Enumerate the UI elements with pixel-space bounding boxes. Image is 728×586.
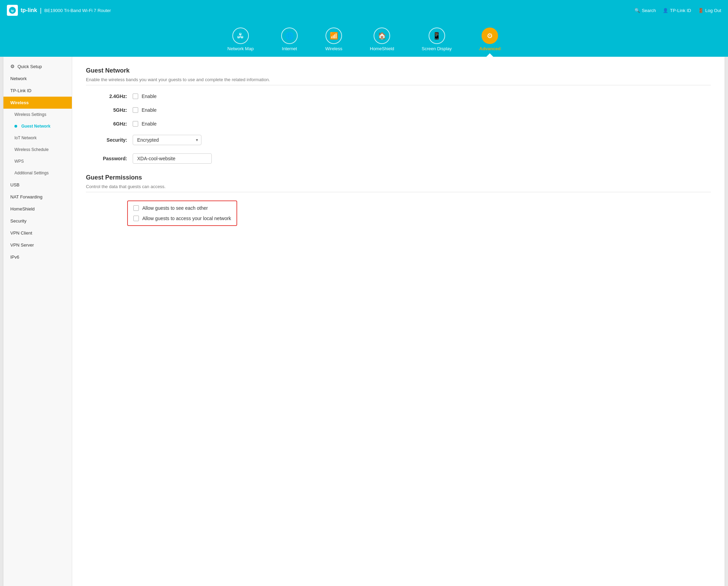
sidebar-label-vpn-server: VPN Server xyxy=(10,242,34,248)
sidebar-item-wireless[interactable]: Wireless xyxy=(3,97,72,109)
search-icon: 🔍 xyxy=(635,8,640,13)
nav: 🖧 Network Map 🌐 Internet 📶 Wireless 🏠 Ho… xyxy=(0,21,728,57)
nav-item-wireless[interactable]: 📶 Wireless xyxy=(311,24,356,57)
guest-network-divider xyxy=(86,85,711,85)
search-button[interactable]: 🔍 Search xyxy=(635,8,656,13)
perm-local-network-label: Allow guests to access your local networ… xyxy=(142,216,231,221)
sidebar-item-security[interactable]: Security xyxy=(3,215,72,227)
perm-local-network-row: Allow guests to access your local networ… xyxy=(133,216,231,221)
guest-permissions-title: Guest Permissions xyxy=(86,174,711,181)
layout: ⚙ Quick Setup Network TP-Link ID Wireles… xyxy=(3,57,725,586)
nav-item-network-map[interactable]: 🖧 Network Map xyxy=(214,24,268,57)
band-6ghz-row: 6GHz: Enable xyxy=(86,121,711,127)
band-2ghz-value: Enable xyxy=(133,94,157,99)
sidebar: ⚙ Quick Setup Network TP-Link ID Wireles… xyxy=(3,57,72,586)
nav-label-wireless: Wireless xyxy=(325,46,342,51)
perm-local-network-checkbox[interactable] xyxy=(133,216,139,221)
guest-permissions-desc: Control the data that guests can access. xyxy=(86,184,711,189)
sidebar-label-wireless: Wireless xyxy=(10,100,29,105)
security-row: Security: Encrypted None ▾ xyxy=(86,135,711,145)
security-label: Security: xyxy=(86,137,127,143)
sidebar-item-wireless-settings[interactable]: Wireless Settings xyxy=(3,109,72,120)
nav-label-homeshield: HomeShield xyxy=(370,46,394,51)
dot-icon xyxy=(14,125,17,128)
nav-item-advanced[interactable]: ⚙ Advanced xyxy=(465,24,514,57)
band-6ghz-checkbox[interactable] xyxy=(133,121,138,127)
sidebar-label-nat-forwarding: NAT Forwarding xyxy=(10,194,42,199)
sidebar-item-nat-forwarding[interactable]: NAT Forwarding xyxy=(3,191,72,203)
band-2ghz-enable-text: Enable xyxy=(142,94,157,99)
band-6ghz-label: 6GHz: xyxy=(86,121,127,127)
tplink-id-icon: 👤 xyxy=(663,8,668,13)
perm-see-each-other-label: Allow guests to see each other xyxy=(142,205,208,211)
sidebar-label-quick-setup: Quick Setup xyxy=(18,64,42,69)
sidebar-item-network[interactable]: Network xyxy=(3,73,72,85)
sidebar-label-usb: USB xyxy=(10,182,20,187)
sidebar-item-usb[interactable]: USB xyxy=(3,179,72,191)
sidebar-label-homeshield: HomeShield xyxy=(10,206,35,211)
band-5ghz-label: 5GHz: xyxy=(86,107,127,113)
band-5ghz-enable-text: Enable xyxy=(142,107,157,113)
band-5ghz-value: Enable xyxy=(133,107,157,113)
sidebar-label-security: Security xyxy=(10,218,26,224)
nav-item-screen-display[interactable]: 📱 Screen Display xyxy=(408,24,465,57)
logout-button[interactable]: 🚪 Log Out xyxy=(698,8,721,13)
band-5ghz-row: 5GHz: Enable xyxy=(86,107,711,113)
password-row: Password: xyxy=(86,153,711,164)
sidebar-label-vpn-client: VPN Client xyxy=(10,230,32,236)
sidebar-item-iot-network[interactable]: IoT Network xyxy=(3,132,72,144)
sidebar-item-quick-setup[interactable]: ⚙ Quick Setup xyxy=(3,60,72,73)
nav-item-homeshield[interactable]: 🏠 HomeShield xyxy=(356,24,408,57)
perm-see-each-other-row: Allow guests to see each other xyxy=(133,205,231,211)
password-input[interactable] xyxy=(133,153,212,164)
sidebar-label-additional-settings: Additional Settings xyxy=(14,171,48,175)
guest-permissions-divider xyxy=(86,192,711,192)
header: tp tp-link | BE19000 Tri-Band Wi-Fi 7 Ro… xyxy=(0,0,728,21)
guest-permissions-section: Guest Permissions Control the data that … xyxy=(86,174,711,226)
band-2ghz-checkbox[interactable] xyxy=(133,94,138,99)
nav-item-internet[interactable]: 🌐 Internet xyxy=(267,24,311,57)
logo-text: tp-link xyxy=(21,7,37,13)
tplink-id-button[interactable]: 👤 TP-Link ID xyxy=(663,8,691,13)
nav-label-internet: Internet xyxy=(282,46,297,51)
sidebar-label-guest-network: Guest Network xyxy=(21,124,51,129)
sidebar-label-wps: WPS xyxy=(14,159,24,164)
network-map-icon: 🖧 xyxy=(232,28,249,44)
sidebar-label-network: Network xyxy=(10,76,27,81)
security-select-wrap: Encrypted None ▾ xyxy=(133,135,201,145)
sidebar-item-wireless-schedule[interactable]: Wireless Schedule xyxy=(3,144,72,155)
guest-network-title: Guest Network xyxy=(86,67,711,74)
gear-icon: ⚙ xyxy=(10,64,15,69)
security-select[interactable]: Encrypted None xyxy=(133,135,201,145)
band-2ghz-row: 2.4GHz: Enable xyxy=(86,94,711,99)
sidebar-label-tplink-id: TP-Link ID xyxy=(10,88,31,93)
header-left: tp tp-link | BE19000 Tri-Band Wi-Fi 7 Ro… xyxy=(7,5,111,16)
sidebar-item-vpn-server[interactable]: VPN Server xyxy=(3,239,72,251)
sidebar-item-additional-settings[interactable]: Additional Settings xyxy=(3,167,72,179)
sidebar-item-ipv6[interactable]: IPv6 xyxy=(3,251,72,263)
security-value: Encrypted None ▾ xyxy=(133,135,201,145)
band-6ghz-value: Enable xyxy=(133,121,157,127)
password-value xyxy=(133,153,212,164)
logout-icon: 🚪 xyxy=(698,8,704,13)
advanced-icon: ⚙ xyxy=(482,28,498,44)
logo: tp tp-link | BE19000 Tri-Band Wi-Fi 7 Ro… xyxy=(7,5,111,16)
guest-network-section: Guest Network Enable the wireless bands … xyxy=(86,67,711,164)
sidebar-item-vpn-client[interactable]: VPN Client xyxy=(3,227,72,239)
sidebar-item-wps[interactable]: WPS xyxy=(3,155,72,167)
sidebar-item-guest-network[interactable]: Guest Network xyxy=(3,120,72,132)
sidebar-item-homeshield[interactable]: HomeShield xyxy=(3,203,72,215)
band-6ghz-enable-text: Enable xyxy=(142,121,157,127)
sidebar-item-tplink-id[interactable]: TP-Link ID xyxy=(3,85,72,97)
homeshield-icon: 🏠 xyxy=(374,28,390,44)
sidebar-label-ipv6: IPv6 xyxy=(10,254,19,260)
nav-label-screen-display: Screen Display xyxy=(422,46,452,51)
perm-see-each-other-checkbox[interactable] xyxy=(133,205,139,211)
main-content: Guest Network Enable the wireless bands … xyxy=(72,57,725,586)
band-5ghz-checkbox[interactable] xyxy=(133,107,138,113)
logo-icon: tp xyxy=(7,5,18,16)
wireless-icon: 📶 xyxy=(326,28,342,44)
permissions-box: Allow guests to see each other Allow gue… xyxy=(127,200,237,226)
logo-divider: | xyxy=(40,7,42,14)
internet-icon: 🌐 xyxy=(281,28,298,44)
